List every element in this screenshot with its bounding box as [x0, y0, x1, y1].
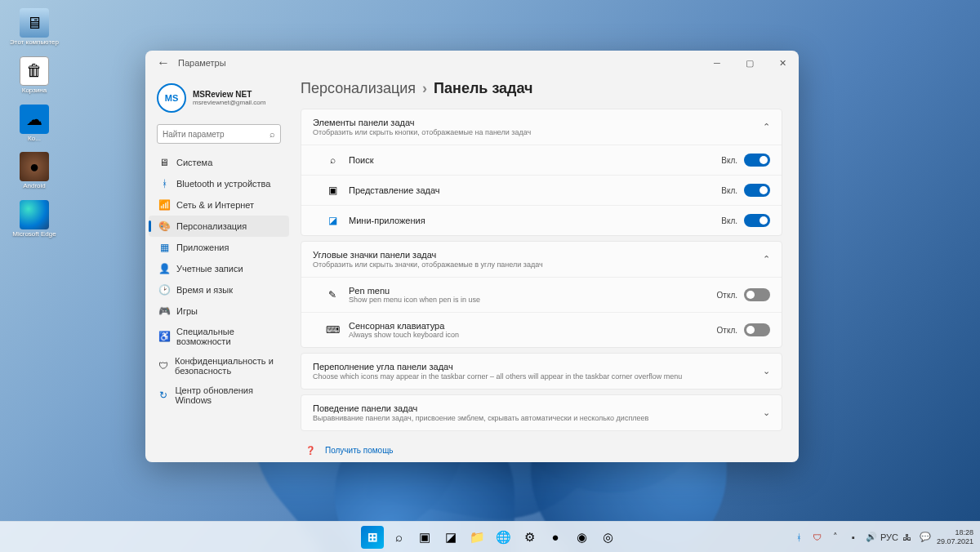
- help-icon: ❓: [305, 446, 317, 455]
- start-button[interactable]: ⊞: [361, 526, 384, 549]
- minimize-button[interactable]: ─: [701, 51, 733, 74]
- desktop-icon-label: Ко...: [28, 136, 41, 143]
- tray-network-icon[interactable]: 🖧: [901, 531, 914, 544]
- sidebar-item-label: Система: [176, 158, 212, 167]
- taskbar-app-icon[interactable]: ◎: [596, 526, 619, 549]
- taskbar-app-icon[interactable]: ◉: [570, 526, 593, 549]
- back-button[interactable]: ←: [154, 53, 173, 73]
- sidebar-item-system[interactable]: 🖥Система: [149, 152, 289, 173]
- section-header[interactable]: Угловые значки панели задач Отобразить и…: [301, 242, 782, 277]
- breadcrumb-parent[interactable]: Персонализация: [301, 80, 416, 97]
- tray-overflow-icon[interactable]: ˄: [829, 531, 842, 544]
- sidebar-item-label: Конфиденциальность и безопасность: [175, 356, 279, 376]
- section-title: Угловые значки панели задач: [313, 250, 763, 260]
- sidebar-item-label: Учетные записи: [176, 264, 243, 274]
- row-desc: Show pen menu icon when pen is in use: [349, 296, 717, 304]
- system-tray: ᚼ 🛡 ˄ ▪ 🔊 РУС 🖧 💬 18:28 29.07.2021: [793, 528, 973, 545]
- sidebar-item-privacy[interactable]: 🛡Конфиденциальность и безопасность: [149, 351, 289, 381]
- sidebar-item-bluetooth[interactable]: ᚼBluetooth и устройства: [149, 173, 289, 194]
- toggle-state: Откл.: [717, 326, 737, 335]
- chevron-up-icon: ⌃: [763, 254, 770, 265]
- tray-action-center-icon[interactable]: 💬: [919, 531, 932, 544]
- toggle-row-task-view: ▣ Представление задач Вкл.: [301, 175, 782, 205]
- desktop-icon-android[interactable]: ●Android: [8, 152, 60, 190]
- toggle-row-touch-keyboard: ⌨ Сенсорная клавиатура Always show touch…: [301, 312, 782, 347]
- taskbar-center: ⊞ ⌕ ▣ ◪ 📁 🌐 ⚙ ● ◉ ◎: [361, 526, 619, 549]
- main-content: Персонализация › Панель задач Элементы п…: [292, 75, 799, 462]
- tray-volume-icon[interactable]: 🔊: [865, 531, 878, 544]
- toggle-state: Откл.: [717, 291, 737, 300]
- network-icon: 📶: [158, 199, 170, 211]
- avatar: MS: [157, 83, 186, 113]
- tray-security-icon[interactable]: 🛡: [811, 531, 824, 544]
- taskbar-widgets-icon[interactable]: ◪: [439, 526, 462, 549]
- personalization-icon: 🎨: [158, 220, 170, 232]
- sidebar-item-accessibility[interactable]: ♿Специальные возможности: [149, 322, 289, 351]
- search-box[interactable]: ⌕: [157, 124, 281, 144]
- tray-bluetooth-icon[interactable]: ᚼ: [793, 531, 806, 544]
- help-links: ❓Получить помощь ✉Отправить отзыв: [301, 443, 782, 462]
- breadcrumb: Персонализация › Панель задач: [301, 80, 782, 97]
- desktop-icon-recycle-bin[interactable]: 🗑Корзина: [8, 56, 60, 95]
- section-subtitle: Отобразить или скрыть значки, отображаем…: [313, 260, 763, 269]
- sidebar-item-label: Bluetooth и устройства: [176, 179, 270, 189]
- toggle-touch-keyboard[interactable]: [744, 323, 770, 336]
- toggle-pen-menu[interactable]: [744, 288, 770, 301]
- tray-date: 29.07.2021: [937, 537, 973, 545]
- sidebar-item-label: Приложения: [176, 243, 229, 252]
- desktop-icon-this-pc[interactable]: 🖥Этот компьютер: [8, 8, 60, 47]
- widgets-icon: ◪: [326, 214, 339, 227]
- section-header[interactable]: Поведение панели задач Выравнивание пане…: [301, 395, 782, 430]
- toggle-search[interactable]: [744, 154, 770, 167]
- tray-nvidia-icon[interactable]: ▪: [847, 531, 860, 544]
- feedback-icon: ✉: [305, 461, 317, 462]
- taskbar-explorer-icon[interactable]: 📁: [466, 526, 488, 549]
- sidebar-item-apps[interactable]: ▦Приложения: [149, 237, 289, 258]
- desktop-icon-onedrive[interactable]: ☁Ко...: [8, 105, 60, 143]
- taskbar-edge-icon[interactable]: 🌐: [492, 526, 514, 549]
- taskbar-search-icon[interactable]: ⌕: [387, 526, 410, 549]
- search-input[interactable]: [163, 130, 270, 139]
- tray-clock[interactable]: 18:28 29.07.2021: [937, 528, 973, 545]
- get-help-link[interactable]: ❓Получить помощь: [301, 443, 782, 458]
- maximize-button[interactable]: ▢: [733, 51, 766, 74]
- row-label: Мини-приложения: [349, 216, 721, 225]
- link-label: Получить помощь: [325, 446, 394, 455]
- sidebar-item-accounts[interactable]: 👤Учетные записи: [149, 258, 289, 279]
- taskbar-app-icon[interactable]: ●: [544, 526, 567, 549]
- taskbar-settings-icon[interactable]: ⚙: [518, 526, 541, 549]
- sidebar-item-network[interactable]: 📶Сеть & и Интернет: [149, 194, 289, 216]
- accessibility-icon: ♿: [158, 331, 170, 342]
- toggle-task-view[interactable]: [744, 184, 770, 197]
- toggle-widgets[interactable]: [744, 214, 770, 227]
- row-label: Представление задач: [349, 185, 721, 195]
- sidebar-item-label: Время и язык: [176, 285, 233, 295]
- section-subtitle: Choose which icons may appear in the tas…: [313, 372, 763, 381]
- sidebar-item-windows-update[interactable]: ↻Центр обновления Windows: [149, 381, 289, 410]
- taskbar-task-view-icon[interactable]: ▣: [413, 526, 436, 549]
- section-header[interactable]: Переполнение угла панели задач Choose wh…: [301, 354, 782, 389]
- sidebar-item-personalization[interactable]: 🎨Персонализация: [149, 216, 289, 237]
- tray-language[interactable]: РУС: [883, 531, 896, 544]
- apps-icon: ▦: [158, 242, 170, 253]
- close-button[interactable]: ✕: [766, 51, 799, 74]
- row-label: Сенсорная клавиатура: [349, 321, 717, 331]
- sidebar-item-label: Центр обновления Windows: [175, 385, 279, 405]
- section-corner-overflow: Переполнение угла панели задач Choose wh…: [301, 353, 782, 390]
- desktop-icon-edge[interactable]: Microsoft Edge: [8, 200, 60, 238]
- section-header[interactable]: Элементы панели задач Отобразить или скр…: [301, 109, 782, 145]
- pen-icon: ✎: [326, 288, 339, 301]
- feedback-link[interactable]: ✉Отправить отзыв: [301, 458, 782, 462]
- toggle-state: Вкл.: [721, 156, 737, 165]
- sidebar-item-gaming[interactable]: 🎮Игры: [149, 300, 289, 322]
- sidebar-item-time-language[interactable]: 🕑Время и язык: [149, 279, 289, 300]
- profile[interactable]: MS MSReview NET msreviewnet@gmail.com: [149, 80, 289, 122]
- sidebar-item-label: Игры: [176, 306, 198, 316]
- desktop-icons: 🖥Этот компьютер 🗑Корзина ☁Ко... ●Android…: [8, 8, 60, 238]
- sidebar: MS MSReview NET msreviewnet@gmail.com ⌕ …: [145, 75, 292, 462]
- sidebar-item-label: Персонализация: [176, 221, 247, 231]
- system-icon: 🖥: [158, 157, 170, 168]
- profile-email: msreviewnet@gmail.com: [193, 99, 265, 106]
- chevron-right-icon: ›: [422, 80, 427, 97]
- desktop-icon-label: Этот компьютер: [10, 39, 59, 47]
